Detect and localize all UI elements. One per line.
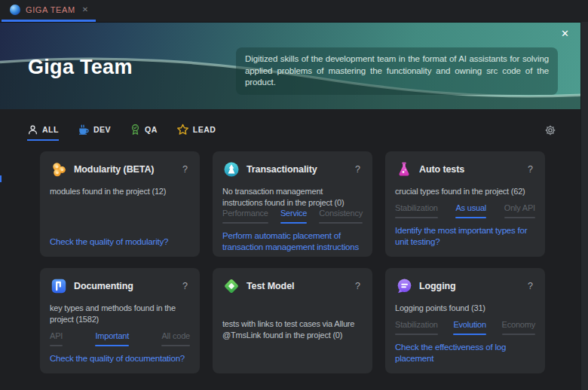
speech-bubble-icon [395, 277, 413, 295]
document-icon [50, 277, 68, 295]
card-subtabs: Stabilization As usual Only API [395, 203, 535, 218]
filter-tab-all[interactable]: ALL [27, 124, 59, 141]
help-icon[interactable]: ? [180, 281, 190, 291]
filter-label: LEAD [193, 125, 216, 134]
close-icon[interactable]: ✕ [561, 29, 569, 38]
subtab-only-api[interactable]: Only API [504, 203, 535, 218]
card-action-link[interactable]: Check the quality of modularity? [50, 236, 190, 248]
card-action-link[interactable]: Check the quality of documentation? [50, 353, 190, 364]
filter-label: ALL [42, 125, 59, 134]
subtab-performance[interactable]: Performance [222, 209, 268, 224]
subtab-service[interactable]: Service [280, 209, 307, 224]
help-icon[interactable]: ? [180, 164, 190, 175]
filter-tab-dev[interactable]: DEV [78, 123, 111, 141]
card-documenting: Documenting ? key types and methods foun… [40, 268, 200, 373]
header-banner: Giga Team Digitized skills of the develo… [0, 22, 580, 109]
card-subtabs: Performance Service Consistency [222, 209, 363, 224]
card-logging: Logging ? Logging points found (31) Stab… [385, 268, 545, 373]
coffee-cup-icon [78, 123, 90, 136]
filter-tab-qa[interactable]: QA [130, 123, 158, 141]
card-title: Documenting [74, 281, 133, 291]
subtab-api[interactable]: API [50, 331, 63, 346]
subtab-important[interactable]: Important [95, 331, 129, 346]
card-test-model: Test Model ? tests with links to test ca… [213, 268, 372, 373]
help-icon[interactable]: ? [353, 164, 363, 175]
filter-tab-lead[interactable]: LEAD [176, 123, 216, 141]
card-auto-tests: Auto tests ? crucial types found in the … [385, 151, 545, 257]
gigateam-logo-icon [10, 5, 20, 15]
diamond-icon [222, 277, 240, 295]
left-stripe-indicator [0, 175, 2, 182]
help-icon[interactable]: ? [525, 164, 535, 175]
help-icon[interactable]: ? [353, 281, 363, 291]
subtab-stabilization[interactable]: Stabilization [395, 203, 438, 218]
tab-giga-team[interactable]: GIGA TEAM ✕ [2, 0, 96, 22]
gear-icon[interactable] [544, 124, 556, 136]
card-body-text: No transaction management instructions f… [222, 186, 363, 209]
tab-close-icon[interactable]: ✕ [82, 6, 88, 14]
subtab-stabilization[interactable]: Stabilization [395, 320, 438, 335]
card-body-text: tests with links to test cases via Allur… [222, 318, 363, 341]
flask-icon [395, 160, 413, 178]
card-modularity: Modularity (BETA) ? modules found in the… [40, 151, 200, 257]
card-action-link[interactable]: Identify the most important types for un… [395, 225, 535, 248]
card-body-text: crucial types found in the project (62) [395, 186, 535, 197]
right-toolwindow-stripe [580, 22, 588, 390]
subtab-consistency[interactable]: Consistency [319, 209, 363, 224]
star-icon [176, 123, 189, 136]
subtab-economy[interactable]: Economy [502, 320, 535, 335]
subtab-as-usual[interactable]: As usual [455, 203, 486, 218]
filter-label: DEV [93, 125, 111, 134]
page-title: Giga Team [28, 56, 133, 79]
person-icon [27, 124, 38, 136]
card-body-text: Logging points found (31) [395, 303, 535, 314]
card-title: Auto tests [419, 164, 464, 175]
card-action-link[interactable]: Perform automatic placement of transacti… [222, 230, 363, 253]
card-title: Test Model [247, 281, 294, 291]
card-subtabs: Stabilization Evolution Economy [395, 320, 535, 335]
card-subtabs: API Important All code [50, 331, 190, 346]
medal-icon [130, 123, 141, 136]
card-title: Logging [419, 281, 456, 291]
filter-bar: ALL DEV QA LEAD [0, 109, 580, 151]
assistant-cards-grid: Modularity (BETA) ? modules found in the… [40, 151, 588, 373]
card-body-text: modules found in the project (12) [50, 186, 190, 197]
card-body-text: key types and methods found in the proje… [50, 303, 190, 325]
subtab-all-code[interactable]: All code [161, 331, 190, 346]
card-title: Transactionality [247, 164, 317, 175]
filter-label: QA [145, 125, 158, 134]
tab-title: GIGA TEAM [26, 5, 75, 14]
transactionality-icon [222, 160, 240, 178]
card-transactionality: Transactionality ? No transaction manage… [213, 151, 372, 257]
editor-tab-bar: GIGA TEAM ✕ [0, 0, 588, 22]
help-icon[interactable]: ? [525, 281, 535, 291]
subtab-evolution[interactable]: Evolution [453, 320, 485, 335]
card-action-link[interactable]: Check the effectiveness of log placement [395, 342, 535, 364]
card-title: Modularity (BETA) [74, 164, 154, 175]
banner-description: Digitized skills of the development team… [236, 47, 558, 95]
modularity-icon [50, 160, 68, 178]
